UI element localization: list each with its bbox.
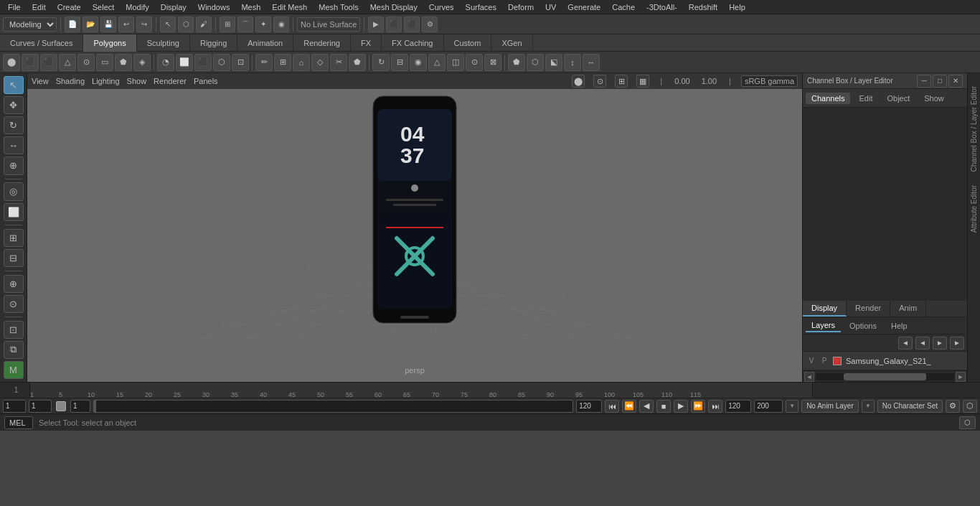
shelf-conv2[interactable]: ↔ [583, 54, 600, 71]
transform-tool[interactable]: ✥ [4, 96, 24, 114]
disp-tab-display[interactable]: Display [803, 301, 847, 317]
step-fwd-btn[interactable]: ⏩ [691, 400, 705, 413]
play-back-btn[interactable]: ◀ [639, 400, 654, 413]
skip-to-start-btn[interactable]: ⏮ [605, 400, 619, 413]
layer-arrow-left[interactable]: ◄ [898, 337, 913, 350]
shelf-cone[interactable]: △ [59, 54, 76, 71]
menu-curves[interactable]: Curves [424, 1, 459, 13]
snap-view-btn[interactable]: ◉ [273, 17, 289, 32]
vp-menu-lighting[interactable]: Lighting [92, 77, 120, 85]
show-hide[interactable]: ⊟ [4, 249, 24, 267]
select-tool[interactable]: ↖ [4, 76, 24, 94]
vp-menu-shading[interactable]: Shading [56, 77, 85, 85]
shelf-tri[interactable]: △ [428, 54, 446, 71]
redo-btn[interactable]: ↪ [136, 17, 152, 32]
playback-extra-btn[interactable]: ⬡ [963, 400, 977, 413]
shelf-loop[interactable]: ↻ [372, 54, 390, 71]
shelf-cube2[interactable]: ⬜ [176, 54, 193, 71]
shelf-separate[interactable]: ⬡ [527, 54, 544, 71]
shelf-conv1[interactable]: ↕ [564, 54, 581, 71]
component-mode[interactable]: ⊕ [4, 275, 24, 293]
shelf-disc[interactable]: ⬟ [115, 54, 132, 71]
shelf-torus[interactable]: ⊙ [77, 54, 95, 71]
anim-layer-arrow[interactable]: ▼ [786, 400, 798, 413]
maya-logo[interactable]: M [4, 361, 24, 379]
rs-tab-attribute-editor[interactable]: Attribute Editor [969, 179, 979, 238]
menu-select[interactable]: Select [88, 1, 120, 13]
shelf-pipe[interactable]: ⊡ [232, 54, 249, 71]
render-settings-btn[interactable]: ⚙ [422, 17, 438, 32]
char-set-btn[interactable]: No Character Set [877, 400, 943, 413]
layer-arrow-right[interactable]: ► [933, 337, 947, 350]
undo-btn[interactable]: ↩ [118, 17, 134, 32]
shelf-bridge[interactable]: ⊞ [274, 54, 291, 71]
snap-tog[interactable]: ⊞ [4, 229, 24, 247]
tab-rendering[interactable]: Rendering [293, 34, 351, 52]
layer-color-swatch[interactable] [833, 357, 842, 365]
shelf-cylinder[interactable]: ⬛ [40, 54, 57, 71]
panel-minimize-btn[interactable]: ─ [917, 75, 931, 88]
render-seq-btn[interactable]: ⬛ [404, 17, 420, 32]
panel-maximize-btn[interactable]: □ [933, 75, 947, 88]
shelf-smooth[interactable]: ◉ [410, 54, 427, 71]
vp-menu-renderer[interactable]: Renderer [154, 77, 187, 85]
layer-tab-layers[interactable]: Layers [806, 319, 841, 332]
shelf-plane[interactable]: ▭ [96, 54, 113, 71]
stop-btn[interactable]: ■ [656, 400, 671, 413]
save-file-btn[interactable]: 💾 [100, 17, 116, 32]
vp-icon-3[interactable]: ⊞ [615, 75, 628, 88]
universal-tool[interactable]: ⊕ [4, 156, 24, 174]
playback-current-field[interactable] [29, 400, 52, 413]
lasso-btn[interactable]: ⬡ [178, 17, 194, 32]
timeline-ruler[interactable]: 1 5 10 15 20 25 30 35 40 45 50 55 60 65 … [30, 383, 812, 398]
viewport-inner[interactable]: View Shading Lighting Show Renderer Pane… [27, 73, 802, 382]
shelf-cut[interactable]: ✂ [330, 54, 347, 71]
play-fwd-btn[interactable]: ▶ [674, 400, 688, 413]
paint-tool[interactable]: ⊙ [4, 295, 24, 313]
tab-xgen[interactable]: XGen [491, 34, 532, 52]
script-type-field[interactable]: MEL [4, 416, 33, 429]
shelf-offset[interactable]: ⊟ [391, 54, 408, 71]
cam-nav[interactable]: ⊡ [4, 321, 24, 339]
vp-icon-4[interactable]: ▦ [636, 75, 649, 88]
shelf-cyl2[interactable]: ⬛ [194, 54, 212, 71]
menu-surfaces[interactable]: Surfaces [461, 1, 501, 13]
ch-tab-show[interactable]: Show [918, 93, 950, 104]
menu-edit-mesh[interactable]: Edit Mesh [267, 1, 312, 13]
rs-tab-channel-box[interactable]: Channel Box / Layer Editor [969, 80, 979, 178]
layout-btn[interactable]: ⧉ [4, 341, 24, 359]
menu-display[interactable]: Display [156, 1, 192, 13]
tab-fx-caching[interactable]: FX Caching [382, 34, 443, 52]
snap-point-btn[interactable]: ✦ [255, 17, 271, 32]
rotate-tool[interactable]: ↻ [4, 116, 24, 134]
tab-rigging[interactable]: Rigging [190, 34, 237, 52]
workspace-selector[interactable]: Modeling [3, 17, 57, 32]
menu-deform[interactable]: Deform [503, 1, 539, 13]
shelf-subdiv[interactable]: ⬡ [213, 54, 230, 71]
layer-item[interactable]: V P Samsung_Galaxy_S21_ [803, 352, 967, 370]
menu-file[interactable]: File [3, 1, 26, 13]
menu-mesh-tools[interactable]: Mesh Tools [314, 1, 363, 13]
menu-create[interactable]: Create [52, 1, 86, 13]
ipr-btn[interactable]: ⬛ [386, 17, 402, 32]
tab-polygons[interactable]: Polygons [83, 34, 136, 52]
shelf-boolean[interactable]: ⬕ [545, 54, 562, 71]
playback-end-field[interactable] [576, 400, 602, 413]
shelf-bevel[interactable]: ◇ [311, 54, 329, 71]
snap-grid-btn[interactable]: ⊞ [220, 17, 235, 32]
menu-edit[interactable]: Edit [27, 1, 51, 13]
anim-layer-btn[interactable]: No Anim Layer [801, 400, 859, 413]
tab-animation[interactable]: Animation [237, 34, 293, 52]
shelf-platonic[interactable]: ◈ [133, 54, 151, 71]
ch-tab-edit[interactable]: Edit [853, 93, 878, 104]
menu-generate[interactable]: Generate [562, 1, 606, 13]
scale-tool[interactable]: ↔ [4, 136, 24, 154]
shelf-combine[interactable]: ⬟ [508, 54, 525, 71]
shelf-reduce[interactable]: ⊙ [466, 54, 483, 71]
menu-mesh[interactable]: Mesh [236, 1, 265, 13]
new-file-btn[interactable]: 📄 [65, 17, 80, 32]
shelf-mirror[interactable]: ⊠ [484, 54, 501, 71]
skip-to-end-btn[interactable]: ⏭ [708, 400, 722, 413]
menu-help[interactable]: Help [724, 1, 750, 13]
scroll-track[interactable] [816, 373, 954, 380]
